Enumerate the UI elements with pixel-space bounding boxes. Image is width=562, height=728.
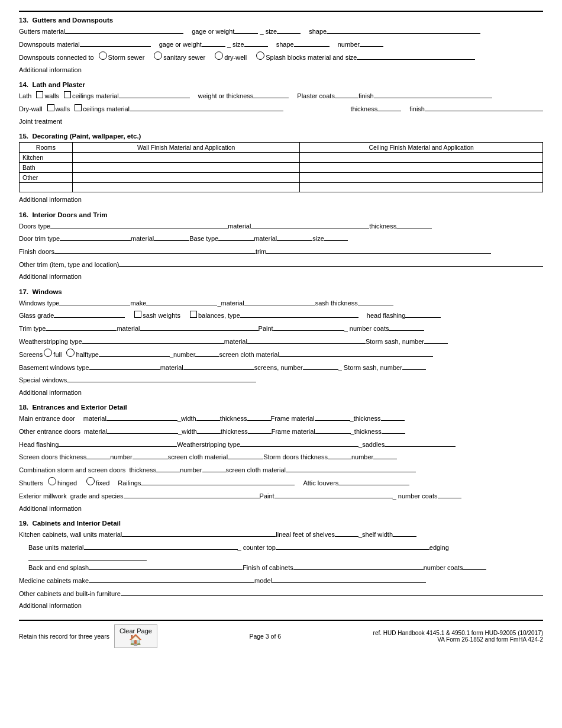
door-trim-material-field[interactable] — [154, 233, 189, 241]
balances-checkbox[interactable] — [190, 311, 197, 318]
dec-wall-kitchen[interactable] — [73, 153, 300, 163]
attic-louvers-field[interactable] — [338, 478, 409, 485]
screen-doors-thickness-field[interactable] — [86, 452, 110, 459]
head-flashing-field[interactable] — [405, 310, 441, 318]
shelf-width-field[interactable] — [393, 529, 416, 537]
screen-cloth-field[interactable] — [279, 349, 433, 357]
finish-doors-field[interactable] — [54, 246, 256, 254]
clear-page-button[interactable]: Clear Page 🏠 — [114, 624, 157, 648]
downspouts-gage-field[interactable] — [202, 39, 225, 47]
ws-type-ent-field[interactable] — [240, 439, 358, 447]
main-frame-thickness-field[interactable] — [381, 413, 405, 421]
lineal-feet-field[interactable] — [335, 529, 358, 537]
shutters-hinged-radio[interactable] — [48, 477, 56, 485]
base-units-field[interactable] — [84, 542, 238, 550]
drywall-ceilings-field[interactable] — [130, 104, 283, 111]
back-splash-field[interactable] — [89, 562, 243, 570]
other-entrance-material-field[interactable] — [107, 426, 178, 434]
main-entrance-material-field[interactable] — [106, 413, 177, 421]
basement-material-field[interactable] — [183, 362, 254, 370]
base-material-field[interactable] — [277, 233, 312, 241]
trim-type-field[interactable] — [46, 323, 117, 331]
base-type-field[interactable] — [218, 233, 254, 241]
medicine-cabinets-field[interactable] — [89, 575, 254, 583]
weatherstripping-field[interactable] — [82, 336, 224, 344]
dec-room-blank[interactable] — [20, 183, 73, 192]
doors-type-field[interactable] — [50, 221, 228, 228]
gutters-shape-field[interactable] — [327, 26, 480, 34]
other-frame-material-field[interactable] — [315, 426, 351, 434]
shutters-fixed-radio[interactable] — [86, 477, 95, 485]
trim-material-field[interactable] — [140, 323, 259, 331]
number-coats-field[interactable] — [389, 323, 424, 331]
drywall-finish-field[interactable] — [425, 104, 543, 111]
saddles-field[interactable] — [385, 439, 456, 447]
downspouts-number-field[interactable] — [360, 39, 383, 47]
screen-doors-number-field[interactable] — [133, 452, 168, 459]
other-trim-field[interactable] — [119, 259, 543, 267]
drywall-thickness-field[interactable] — [377, 104, 401, 111]
combo-number-field[interactable] — [202, 465, 226, 472]
sash-weights-checkbox[interactable] — [134, 311, 141, 318]
lath-walls-checkbox[interactable] — [36, 91, 43, 98]
ext-paint-field[interactable] — [274, 491, 393, 498]
special-windows-field[interactable] — [67, 375, 256, 382]
plaster-coats-field[interactable] — [335, 91, 358, 98]
door-trim-type-field[interactable] — [60, 233, 131, 241]
dec-wall-other[interactable] — [73, 173, 300, 183]
combo-screen-cloth-field[interactable] — [286, 465, 392, 472]
storm-doors-thickness-field[interactable] — [328, 452, 351, 459]
gutters-size-field[interactable] — [277, 26, 301, 34]
balances-type-field[interactable] — [240, 310, 358, 318]
downspouts-size-field[interactable] — [244, 39, 268, 47]
combo-end-field[interactable] — [392, 465, 416, 472]
storm-doors-number-field[interactable] — [373, 452, 397, 459]
gutters-gage-field[interactable] — [234, 26, 258, 34]
drywall-walls-checkbox[interactable] — [47, 104, 54, 111]
main-entrance-width-field[interactable] — [196, 413, 220, 421]
cab-number-coats-field[interactable] — [463, 562, 486, 570]
windows-make-field[interactable] — [146, 298, 217, 305]
lath-weight-field[interactable] — [253, 91, 289, 98]
railings-field[interactable] — [141, 478, 295, 485]
main-entrance-thickness-field[interactable] — [247, 413, 271, 421]
doors-thickness-field[interactable] — [396, 221, 432, 228]
windows-material-field[interactable] — [244, 298, 315, 305]
combo-thickness-field[interactable] — [156, 465, 180, 472]
storm-sewer-radio[interactable] — [99, 51, 107, 60]
basement-screens-field[interactable] — [303, 362, 338, 370]
drywall-ceilings-checkbox[interactable] — [75, 104, 82, 111]
main-frame-material-field[interactable] — [315, 413, 350, 421]
dec-ceiling-blank[interactable] — [300, 183, 543, 192]
screens-type-field[interactable] — [99, 349, 170, 357]
dec-wall-blank[interactable] — [73, 183, 300, 192]
screens-number-field[interactable] — [195, 349, 219, 357]
screens-half-radio[interactable] — [66, 349, 75, 357]
finish-cabinets-field[interactable] — [293, 562, 424, 570]
downspouts-material-field[interactable] — [80, 39, 151, 47]
other-frame-thickness-field[interactable] — [382, 426, 405, 434]
storm-sash-number-field[interactable] — [424, 336, 448, 344]
head-flashing-ent-field[interactable] — [59, 439, 177, 447]
downspouts-shape-field[interactable] — [294, 39, 330, 47]
ws-material-field[interactable] — [247, 336, 366, 344]
dec-ceiling-kitchen[interactable] — [300, 153, 543, 163]
gutters-material-field[interactable] — [65, 26, 183, 34]
edging-field[interactable] — [28, 553, 147, 561]
basement-windows-type-field[interactable] — [89, 362, 160, 370]
doors-material-field[interactable] — [251, 221, 369, 228]
ext-number-coats-field[interactable] — [438, 491, 461, 498]
basement-storm-field[interactable] — [402, 362, 426, 370]
kitchen-cabinets-field[interactable] — [122, 529, 276, 537]
glass-grade-field[interactable] — [54, 310, 125, 318]
screens-full-radio[interactable] — [44, 349, 52, 357]
counter-top-field[interactable] — [276, 542, 429, 550]
screen-cloth-ent-field[interactable] — [228, 452, 263, 459]
splash-blocks-radio[interactable] — [256, 51, 264, 60]
plaster-finish-field[interactable] — [374, 91, 492, 98]
dec-ceiling-bath[interactable] — [300, 163, 543, 173]
dec-wall-bath[interactable] — [73, 163, 300, 173]
ext-grade-field[interactable] — [124, 491, 260, 498]
other-cabinets-field[interactable] — [121, 588, 543, 596]
other-entrance-width-field[interactable] — [197, 426, 221, 434]
